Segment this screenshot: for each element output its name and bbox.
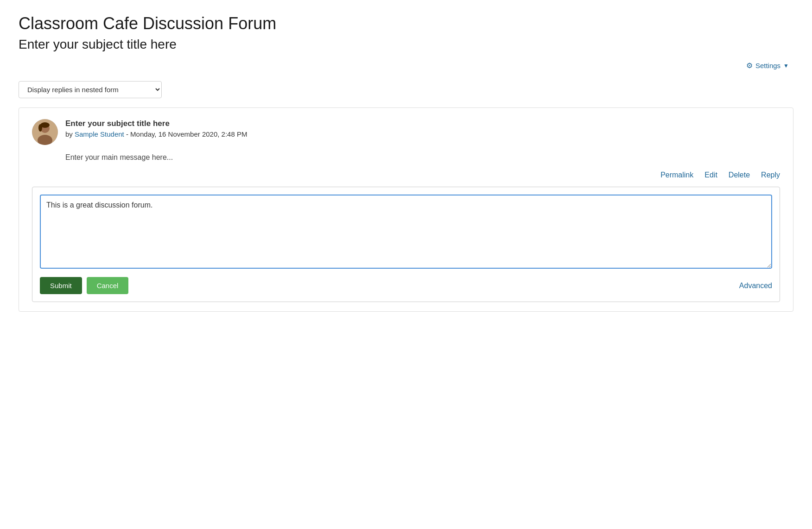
byline-prefix: by [65, 130, 73, 138]
reply-link[interactable]: Reply [761, 171, 780, 179]
settings-button[interactable]: ⚙ Settings ▼ [746, 61, 789, 70]
submit-button[interactable]: Submit [40, 277, 82, 294]
post-header: Enter your subject title here by Sample … [32, 119, 780, 145]
display-select-wrapper: Display replies in nested form Display r… [19, 81, 793, 98]
settings-bar: ⚙ Settings ▼ [19, 61, 793, 70]
post-body: Enter your main message here... [65, 153, 780, 162]
forum-title: Classroom Cafe Discussion Forum [19, 14, 793, 33]
gear-icon: ⚙ [746, 61, 753, 70]
reply-footer-left: Submit Cancel [40, 277, 128, 294]
reply-textarea[interactable] [40, 195, 772, 269]
settings-label: Settings [755, 62, 780, 69]
svg-point-4 [38, 124, 42, 132]
reply-box: Submit Cancel Advanced [32, 187, 780, 302]
chevron-down-icon: ▼ [783, 63, 789, 69]
post-date: Monday, 16 November 2020, 2:48 PM [130, 130, 247, 138]
author-link[interactable]: Sample Student [75, 130, 124, 138]
post-meta: Enter your subject title here by Sample … [65, 119, 247, 138]
permalink-link[interactable]: Permalink [660, 171, 693, 179]
post-byline: by Sample Student - Monday, 16 November … [65, 130, 247, 138]
display-replies-select[interactable]: Display replies in nested form Display r… [19, 81, 162, 98]
cancel-button[interactable]: Cancel [87, 277, 129, 294]
subject-title: Enter your subject title here [19, 37, 793, 52]
main-post-card: Enter your subject title here by Sample … [19, 107, 793, 312]
avatar [32, 119, 58, 145]
reply-footer: Submit Cancel Advanced [40, 277, 772, 294]
post-actions: Permalink Edit Delete Reply [32, 171, 780, 179]
post-subject: Enter your subject title here [65, 119, 247, 128]
edit-link[interactable]: Edit [704, 171, 717, 179]
delete-link[interactable]: Delete [729, 171, 750, 179]
advanced-link[interactable]: Advanced [739, 282, 772, 290]
post-date-separator: - [126, 130, 130, 138]
